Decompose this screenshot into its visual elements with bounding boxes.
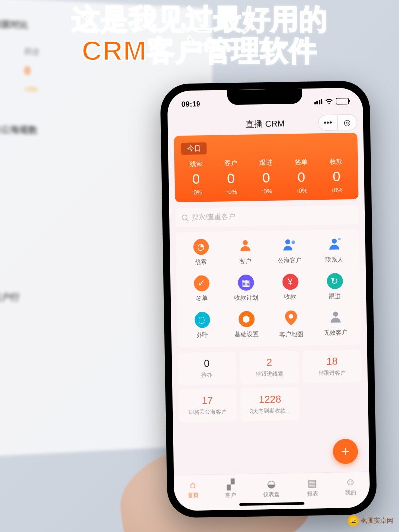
feature-item-map[interactable]: 客户地图: [268, 310, 313, 339]
public-customer-icon: [282, 237, 297, 254]
tab-reports[interactable]: ▤ 报表: [307, 477, 318, 497]
stat-value: 0: [248, 170, 284, 186]
stat-label: 跟进: [248, 158, 284, 167]
tab-home[interactable]: ⌂ 首页: [187, 479, 199, 499]
home-icon: ⌂: [190, 479, 196, 491]
feature-grid: ◔ 线索 客户 公海客户 联系人 ✓ 签单 ▦ 收款计划 ¥ 收款 ↻ 跟进 ◌…: [176, 229, 361, 348]
feature-label: 收款计划: [234, 293, 258, 302]
task-count: 0: [181, 357, 233, 370]
tab-label: 报表: [307, 490, 318, 497]
stat-pct: ↓0%: [319, 186, 355, 194]
feature-item-stethoscope[interactable]: ◔ 线索: [179, 239, 223, 267]
feature-label: 联系人: [325, 255, 343, 264]
reports-icon: ▤: [307, 477, 317, 489]
feature-label: 外呼: [197, 331, 208, 339]
payment-plan-icon: ▦: [238, 275, 254, 291]
stats-period-tab[interactable]: 今日: [181, 142, 206, 155]
plus-icon: +: [341, 443, 350, 459]
app-header: 直播 CRM ••• ◎: [168, 112, 364, 136]
task-card[interactable]: 1228 3天内到期收款...: [240, 387, 299, 421]
feature-item-settings[interactable]: ⬢ 基础设置: [224, 311, 269, 340]
stat-value: 0: [284, 169, 319, 185]
person-icon: [238, 238, 252, 254]
task-count: 2: [243, 356, 296, 369]
stat-item[interactable]: 签单 0 ↑0%: [283, 157, 319, 194]
followup-icon: ↻: [327, 273, 343, 289]
app-title: 直播 CRM: [246, 118, 285, 130]
feature-label: 客户地图: [279, 330, 303, 339]
feature-item-invalid-customer[interactable]: 无效客户: [313, 309, 358, 339]
stat-item[interactable]: 线索 0 ↑0%: [178, 159, 214, 196]
tab-customers[interactable]: ▞ 客户: [225, 478, 237, 499]
close-icon[interactable]: ◎: [338, 115, 357, 130]
feature-item-contract[interactable]: ✓ 签单: [179, 275, 224, 304]
call-icon: ◌: [194, 312, 210, 328]
customers-icon: ▞: [227, 478, 234, 490]
stat-pct: ↑0%: [179, 189, 214, 196]
feature-item-followup[interactable]: ↻ 跟进: [312, 273, 357, 301]
desktop-section-title: 新增数据对比: [0, 17, 198, 39]
status-time: 09:19: [181, 99, 200, 108]
task-card[interactable]: 0 待办: [178, 352, 236, 385]
feature-item-payment-plan[interactable]: ▦ 收款计划: [223, 274, 268, 303]
task-card[interactable]: 18 待跟进客户: [302, 350, 361, 383]
task-label: 3天内到期收款...: [244, 407, 297, 415]
stat-item[interactable]: 跟进 0 ↑0%: [248, 158, 284, 195]
stat-value: 0: [213, 171, 249, 187]
svg-rect-6: [337, 238, 340, 239]
svg-point-3: [285, 239, 290, 244]
watermark-icon: 😄: [348, 515, 359, 526]
tab-label: 客户: [225, 491, 236, 499]
task-grid: 0 待办 2 待跟进线索 18 待跟进客户 17 即将丢公海客户 1228 3天…: [178, 350, 362, 422]
feature-item-call[interactable]: ◌ 外呼: [180, 312, 224, 341]
signal-icon: [314, 99, 322, 104]
contract-icon: ✓: [194, 275, 210, 292]
desktop-stat-pct: +0%: [24, 85, 39, 93]
more-icon[interactable]: •••: [319, 115, 338, 131]
svg-point-0: [182, 215, 187, 220]
wifi-icon: [325, 98, 333, 104]
stat-value: 0: [179, 171, 214, 187]
battery-icon: 75: [336, 98, 349, 104]
stat-pct: ↑0%: [284, 187, 319, 194]
tab-profile[interactable]: ☺ 我的: [345, 476, 356, 496]
stat-pct: ↑0%: [249, 187, 284, 195]
task-label: 待跟进线索: [243, 370, 296, 378]
watermark-text: 枫圃安卓网: [361, 516, 393, 525]
phone-screen: 09:19 75 直播 CRM ••• ◎ 今日 线索 0 ↑0% 客户 0: [167, 88, 370, 511]
battery-level: 75: [340, 98, 345, 103]
miniprogram-actions: ••• ◎: [318, 114, 358, 131]
feature-label: 无效客户: [324, 328, 348, 337]
stat-pct: ↑0%: [214, 188, 249, 196]
feature-item-person[interactable]: 客户: [223, 238, 268, 266]
stat-item[interactable]: 客户 0 ↑0%: [213, 159, 249, 196]
svg-line-1: [187, 219, 189, 221]
search-icon: [181, 214, 189, 221]
svg-point-2: [242, 240, 247, 245]
task-count: 1228: [244, 393, 297, 406]
tab-dashboard[interactable]: ◒ 仪表盘: [263, 478, 280, 499]
watermark: 😄 枫圃安卓网: [348, 515, 393, 526]
desktop-stat-value: 0: [24, 64, 39, 78]
map-icon: [285, 310, 297, 327]
settings-icon: ⬢: [238, 311, 255, 327]
feature-label: 线索: [195, 258, 207, 266]
feature-item-public-customer[interactable]: 公海客户: [267, 237, 312, 265]
task-count: 18: [306, 355, 359, 368]
feature-item-contact[interactable]: 联系人: [312, 236, 357, 265]
profile-icon: ☺: [345, 476, 356, 488]
feature-label: 收款: [284, 293, 296, 301]
contact-icon: [326, 236, 342, 253]
feature-label: 跟进: [329, 292, 341, 300]
task-count: 17: [181, 394, 234, 407]
task-card[interactable]: 17 即将丢公海客户: [178, 388, 237, 422]
desktop-stat-label: 跟进: [24, 47, 39, 57]
stat-item[interactable]: 收款 0 ↓0%: [319, 157, 355, 194]
tab-label: 仪表盘: [263, 491, 280, 499]
dashboard-icon: ◒: [267, 478, 276, 490]
feature-item-payment[interactable]: ¥ 收款: [268, 273, 313, 302]
task-card[interactable]: 2 待跟进线索: [240, 351, 299, 384]
search-input[interactable]: 搜索/查重客户: [175, 205, 359, 227]
stat-value: 0: [319, 169, 354, 185]
add-fab[interactable]: +: [333, 439, 358, 464]
